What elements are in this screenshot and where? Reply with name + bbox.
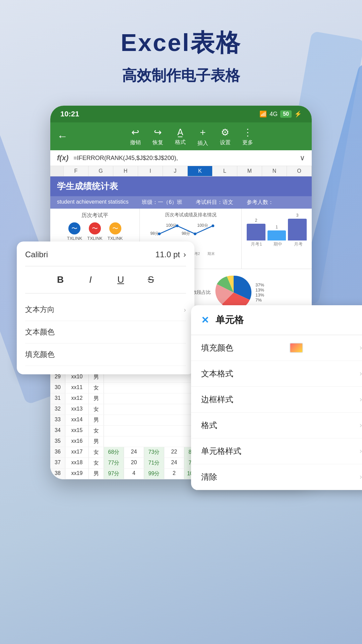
bold-button[interactable]: B	[52, 271, 69, 288]
chart-label-1: TXLINK	[67, 236, 82, 241]
cell-style-item[interactable]: 单元格样式 ›	[191, 438, 362, 464]
svg-text:100分: 100分	[197, 223, 208, 228]
col-header-I[interactable]: I	[138, 166, 163, 176]
text-color-label: 文本颜色	[25, 327, 55, 337]
row-gender-36: 女	[89, 447, 104, 458]
border-style-item[interactable]: 边框样式 ›	[191, 387, 362, 413]
status-bar: 10:21 📶 4G 50 ⚡	[50, 106, 312, 122]
row-s2-38: 99分	[144, 469, 164, 479]
col-header-L[interactable]: L	[213, 166, 237, 176]
row-s2-36: 73分	[144, 447, 164, 458]
col-header-G[interactable]: G	[88, 166, 113, 176]
formula-text[interactable]: =IFERROR(RANK(J45,$J$20:$J$200),	[73, 155, 295, 162]
row-num-35: 35	[50, 436, 65, 447]
format-font-size-value: 11.0 pt	[156, 250, 180, 259]
format-arrow: ›	[360, 421, 362, 430]
charging-icon: ⚡	[294, 110, 302, 118]
col-header-F[interactable]: F	[64, 166, 88, 176]
clear-arrow: ›	[360, 473, 362, 481]
sheet-title-text: 学生成绩统计表	[57, 181, 118, 191]
row-id-35: xx16	[65, 436, 89, 447]
row-num-34: 34	[50, 426, 65, 436]
svg-text:期末: 期末	[207, 252, 215, 256]
svg-text:98分: 98分	[182, 231, 190, 236]
redo-label: 恢复	[153, 139, 163, 146]
insert-button[interactable]: ＋ 插入	[197, 126, 208, 147]
row-id-36: xx17	[65, 447, 89, 458]
text-format-arrow: ›	[360, 369, 362, 378]
row-gender-31: 男	[89, 393, 104, 404]
chart-right-title: 历次考试成绩及排名情况	[143, 212, 238, 218]
formula-expand-icon[interactable]: ∨	[300, 154, 305, 162]
settings-icon: ⚙	[221, 127, 229, 138]
text-format-item[interactable]: 文本格式 ›	[191, 361, 362, 387]
fill-color-item[interactable]: 填充颜色	[25, 343, 186, 366]
row-s2-37: 71分	[144, 458, 164, 468]
settings-label: 设置	[220, 139, 231, 146]
fill-color-preview-label: 填充颜色	[201, 342, 233, 353]
format-divider-2	[25, 293, 186, 293]
cell-panel-close-button[interactable]: ✕	[201, 315, 209, 326]
chart-circle-1: 〜	[68, 222, 80, 234]
row-s1-38: 97分	[104, 469, 124, 479]
bar-rect-1	[247, 224, 265, 240]
format-divider-1	[25, 266, 186, 266]
text-direction-item[interactable]: 文本方向 ›	[25, 299, 186, 321]
row-r2-37: 24	[164, 458, 184, 468]
clear-label: 清除	[201, 472, 217, 482]
signal-label: 4G	[269, 111, 278, 118]
col-header-J[interactable]: J	[163, 166, 188, 176]
format-label: 格式	[201, 420, 217, 431]
redo-icon: ↪	[154, 127, 162, 138]
format-size-arrow[interactable]: ›	[183, 250, 186, 259]
col-header-M[interactable]: M	[237, 166, 262, 176]
insert-label: 插入	[197, 140, 208, 147]
clear-item[interactable]: 清除 ›	[191, 464, 362, 490]
sheet-title: 学生成绩统计表	[50, 176, 312, 196]
col-header-K[interactable]: K	[188, 166, 213, 176]
format-font-size-container: 11.0 pt ›	[156, 250, 186, 259]
undo-button[interactable]: ↩ 撤销	[130, 127, 141, 146]
sheet-subtitle: student achievement statistics 班级：一（6）班 …	[50, 196, 312, 209]
text-format-label: 文本格式	[201, 368, 233, 379]
formula-bar: f(x) =IFERROR(RANK(J45,$J$20:$J$200), ∨	[50, 150, 312, 166]
border-style-label: 边框样式	[201, 394, 233, 405]
italic-button[interactable]: I	[82, 271, 99, 288]
row-num-30: 30	[50, 383, 65, 393]
format-item[interactable]: 格式 ›	[191, 413, 362, 438]
bar-rect-3	[288, 219, 307, 240]
underline-button[interactable]: U	[112, 271, 129, 288]
cell-panel-header: ✕ 单元格	[191, 305, 362, 335]
pie-pct-4: 7%	[255, 298, 264, 303]
row-id-31: xx12	[65, 393, 89, 404]
bar-x-3: 月考	[294, 241, 303, 247]
bar-item-2: 1	[267, 225, 286, 240]
text-color-item[interactable]: 文本颜色	[25, 321, 186, 343]
subtitle-class: 班级：一（6）班	[142, 199, 182, 206]
col-header-H[interactable]: H	[113, 166, 138, 176]
strikethrough-button[interactable]: S	[142, 271, 159, 288]
page-subtitle: 高效制作电子表格	[122, 66, 240, 86]
row-gender-30: 女	[89, 383, 104, 393]
bar-num-2: 1	[276, 225, 278, 229]
bar-x-labels: 月考1 期中 月考	[245, 241, 308, 247]
bar-item-3: 3	[288, 213, 307, 240]
format-button[interactable]: A̲ 格式	[175, 127, 186, 146]
pie-pct-1: 37%	[255, 282, 264, 287]
more-icon: ⋮	[243, 127, 252, 138]
more-button[interactable]: ⋮ 更多	[242, 127, 253, 146]
col-header-N[interactable]: N	[262, 166, 287, 176]
row-id-38: xx19	[65, 469, 89, 479]
row-gender-34: 女	[89, 426, 104, 436]
signal-icon: 📶	[259, 110, 267, 118]
page-title: Excel表格	[121, 27, 241, 59]
settings-button[interactable]: ⚙ 设置	[220, 127, 231, 146]
bar-num-1: 2	[255, 218, 257, 223]
status-icons: 📶 4G 50 ⚡	[259, 110, 302, 118]
back-button[interactable]: ←	[57, 130, 68, 143]
bar-x-1: 月考1	[251, 241, 262, 247]
col-header-O[interactable]: O	[287, 166, 312, 176]
row-id-30: xx11	[65, 383, 89, 393]
fill-color-preview-item[interactable]: 填充颜色 ›	[191, 335, 362, 361]
redo-button[interactable]: ↪ 恢复	[153, 127, 163, 146]
